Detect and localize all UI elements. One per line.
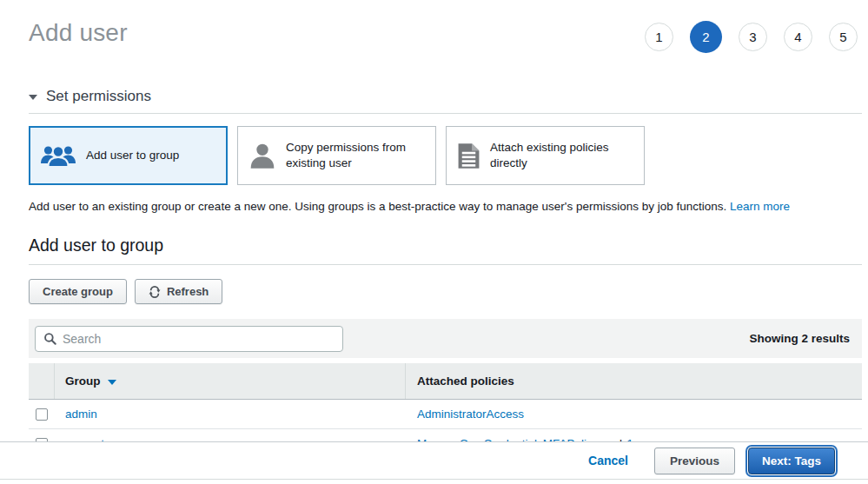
refresh-label: Refresh <box>167 285 209 298</box>
wizard-footer: Cancel Previous Next: Tags <box>0 441 868 480</box>
group-section-title: Add user to group <box>29 235 862 265</box>
search-input[interactable] <box>63 332 335 346</box>
permission-option-tiles: Add user to group Copy permissions from … <box>29 126 862 185</box>
user-icon <box>248 142 276 169</box>
tile-attach-policies[interactable]: Attach existing policies directly <box>446 126 645 185</box>
section-title: Set permissions <box>46 88 151 105</box>
policies-cell: AdministratorAccess <box>406 400 862 428</box>
table-search-band: Showing 2 results <box>29 319 862 358</box>
tile-label: Copy permissions from existing user <box>286 140 425 170</box>
column-label: Attached policies <box>417 375 514 388</box>
step-1[interactable]: 1 <box>645 23 673 51</box>
learn-more-link[interactable]: Learn more <box>730 200 790 213</box>
search-icon <box>43 332 56 345</box>
tile-copy-permissions[interactable]: Copy permissions from existing user <box>237 126 436 185</box>
group-link[interactable]: admin <box>65 408 97 421</box>
permissions-description: Add user to an existing group or create … <box>29 200 862 213</box>
add-user-wizard: Add user 1 2 3 4 5 Set permissions <box>0 0 868 484</box>
policy-link[interactable]: AdministratorAccess <box>417 408 524 421</box>
table-header-row: Group Attached policies <box>29 363 862 400</box>
policy-document-icon <box>457 143 480 169</box>
column-header-attached-policies: Attached policies <box>406 363 862 399</box>
sort-desc-icon <box>108 380 116 385</box>
next-tags-button[interactable]: Next: Tags <box>748 448 835 474</box>
tile-label: Attach existing policies directly <box>490 140 633 170</box>
previous-button[interactable]: Previous <box>654 448 735 474</box>
row-checkbox[interactable] <box>36 408 48 421</box>
tile-label: Add user to group <box>86 148 179 163</box>
step-3[interactable]: 3 <box>739 23 767 51</box>
tile-add-user-to-group[interactable]: Add user to group <box>29 126 228 185</box>
previous-label: Previous <box>670 454 719 467</box>
page-header: Add user 1 2 3 4 5 <box>29 0 862 53</box>
column-label: Group <box>65 375 101 388</box>
results-count: Showing 2 results <box>749 332 850 345</box>
create-group-label: Create group <box>43 285 113 298</box>
wizard-step-indicator: 1 2 3 4 5 <box>645 21 858 53</box>
group-toolbar: Create group Refresh <box>29 279 862 304</box>
step-4[interactable]: 4 <box>784 23 812 51</box>
description-text: Add user to an existing group or create … <box>29 200 726 213</box>
header-checkbox-cell <box>29 363 55 399</box>
user-group-icon <box>40 143 76 168</box>
next-label: Next: Tags <box>762 454 821 467</box>
step-5[interactable]: 5 <box>829 23 858 51</box>
table-row-admin[interactable]: admin AdministratorAccess <box>29 400 862 429</box>
collapse-triangle-icon <box>29 95 37 100</box>
column-header-group[interactable]: Group <box>55 363 406 399</box>
create-group-button[interactable]: Create group <box>29 279 127 304</box>
page-title: Add user <box>29 19 128 47</box>
search-box[interactable] <box>35 326 343 352</box>
cancel-link[interactable]: Cancel <box>588 454 628 467</box>
step-2-active[interactable]: 2 <box>690 21 722 53</box>
row-checkbox-cell <box>29 400 55 428</box>
refresh-button[interactable]: Refresh <box>135 279 222 304</box>
group-cell: admin <box>55 400 406 428</box>
refresh-icon <box>149 286 161 298</box>
set-permissions-section-header[interactable]: Set permissions <box>29 88 862 114</box>
